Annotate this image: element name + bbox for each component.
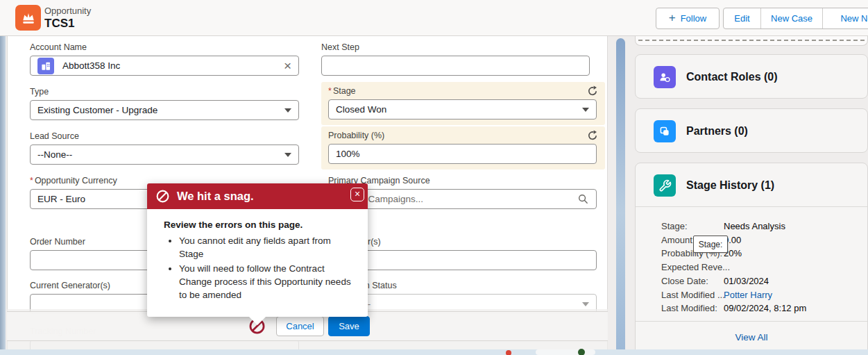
record-title: TCS1 [44,17,74,31]
probability-input[interactable]: 100% [328,144,597,164]
field-competitors: Competitor(s) [328,237,597,270]
type-select[interactable]: Existing Customer - Upgrade [30,100,299,120]
error-popup-body: Review the errors on this page. You cann… [147,209,368,317]
edit-button[interactable]: Edit [724,8,761,28]
campaign-search-box[interactable] [328,189,597,209]
vertical-scrollbar[interactable] [616,38,625,355]
stage-value: Closed Won [336,104,386,115]
opportunity-icon [15,5,41,31]
error-popup-title: We hit a snag. [177,190,254,203]
record-action-group: Edit New Case New Note [723,8,868,29]
required-marker: * [328,86,332,96]
account-name-label: Account Name [30,42,299,52]
next-step-label: Next Step [321,42,590,52]
error-item: You will need to follow the Contract Cha… [179,262,357,302]
lead-source-select[interactable]: --None-- [30,145,299,165]
follow-button[interactable]: + Follow [656,8,720,29]
clear-account-icon[interactable]: × [284,59,291,72]
prohibited-icon [155,189,170,204]
entity-label: Opportunity [44,6,91,16]
opportunity-currency-value: EUR - Euro [37,194,85,204]
popup-pointer [248,316,266,325]
type-label: Type [30,87,299,97]
type-value: Existing Customer - Upgrade [37,105,158,115]
field-lead-source: Lead Source --None-- [30,131,299,165]
error-popup-header: We hit a snag. × [147,183,368,209]
field-type: Type Existing Customer - Upgrade [30,87,299,120]
page-header: Opportunity TCS1 + Follow Edit New Case … [0,0,868,36]
lead-source-value: --None-- [37,149,72,160]
error-list: You cannot edit any fields apart from St… [179,234,357,302]
required-marker: * [30,176,33,185]
probability-value: 100% [336,149,360,159]
taskbar-red-dot-icon [506,350,511,355]
detail-row: Last Modified ...Potter Harry [661,288,862,302]
cutoff-card [635,36,868,46]
error-popup-intro: Review the errors on this page. [158,220,357,230]
account-name-lookup[interactable]: Abbott358 Inc × [30,56,299,76]
last-modified-by-link[interactable]: Potter Harry [724,290,772,300]
detail-row: Amount:0.00 [661,233,862,247]
search-icon [577,193,589,205]
new-case-button[interactable]: New Case [761,8,823,28]
crown-icon [19,9,37,27]
left-scrollbar[interactable] [0,36,6,355]
account-name-value: Abbott358 Inc [62,60,120,71]
view-all-link[interactable]: View All [635,332,868,342]
error-item: You cannot edit any fields apart from St… [179,234,357,261]
field-next-step: Next Step [321,42,590,76]
follow-button-label: Follow [681,13,707,24]
taskbar-edge [0,349,868,355]
dashed-divider [638,40,865,41]
primary-campaign-source-label: Primary Campaign Source [328,176,597,185]
chevron-down-icon [582,302,589,306]
detail-row: Probability (%):20% [661,247,862,261]
stage-label: *Stage [328,86,597,96]
stage-history-icon [654,174,676,197]
chevron-down-icon [284,108,291,113]
stage-history-details: Stage:Needs Analysis Amount:0.00 Probabi… [661,220,862,315]
competitors-input[interactable] [328,250,597,270]
lead-source-label: Lead Source [30,131,299,141]
campaign-search-input[interactable] [336,194,577,204]
taskbar-green-dot-icon [578,349,585,355]
contact-roles-icon [654,66,676,88]
field-stage: *Stage Closed Won [328,86,597,119]
plus-icon: + [669,12,676,24]
contact-roles-title: Contact Roles (0) [686,55,778,99]
partners-title: Partners (0) [686,109,748,154]
opportunity-record-page: Opportunity TCS1 + Follow Edit New Case … [0,0,868,355]
cancel-button[interactable]: Cancel [276,316,324,336]
stage-history-title: Stage History (1) [686,163,774,208]
partners-card[interactable]: Partners (0) [635,108,868,153]
chevron-down-icon [284,153,291,157]
taskbar-pill [536,349,595,355]
card-footer-divider [636,321,867,322]
close-icon[interactable]: × [350,188,364,201]
contact-roles-card[interactable]: Contact Roles (0) [635,54,868,99]
new-note-button[interactable]: New Note [823,8,868,28]
chevron-down-icon [582,108,589,112]
detail-row: Close Date:01/03/2024 [661,274,862,288]
detail-row: Last Modified:09/02/2024, 8:12 pm [661,302,862,315]
competitors-label: Competitor(s) [328,237,597,247]
field-probability: Probability (%) 100% [328,131,597,164]
detail-row: Expected Reve... [661,261,862,274]
error-popup: We hit a snag. × Review the errors on th… [147,183,368,317]
stage-tooltip: Stage: [693,236,728,253]
detail-row: Stage:Needs Analysis [661,220,862,233]
card-divider [636,206,867,207]
partners-icon [654,120,676,142]
installation-status-label: Installation Status [328,281,597,290]
probability-label: Probability (%) [328,131,597,140]
account-icon [37,58,54,74]
field-account-name: Account Name Abbott358 Inc × [30,42,299,76]
next-step-input[interactable] [321,56,590,76]
save-button[interactable]: Save [328,316,370,336]
stage-select[interactable]: Closed Won [328,99,597,119]
field-primary-campaign-source: Primary Campaign Source [328,176,597,209]
